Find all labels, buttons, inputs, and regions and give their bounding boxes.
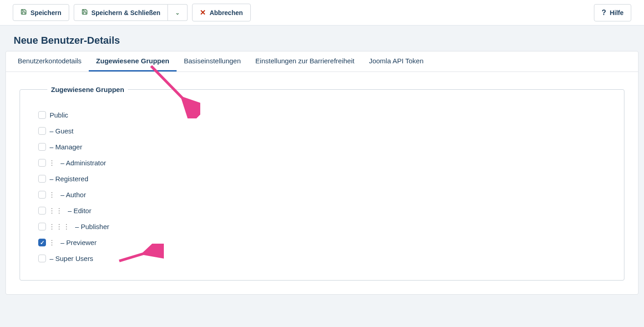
group-checkbox[interactable]: [38, 255, 46, 262]
group-item: – Administrator: [38, 155, 606, 171]
group-checkbox[interactable]: [38, 111, 46, 119]
group-label: – Super Users: [50, 255, 93, 262]
group-checkbox[interactable]: [38, 127, 46, 135]
group-checkbox[interactable]: [38, 175, 46, 183]
group-label: – Editor: [68, 207, 91, 215]
group-label: – Publisher: [75, 223, 109, 230]
group-label: – Guest: [50, 127, 74, 135]
help-label: Hilfe: [610, 9, 624, 16]
tree-indent: [50, 224, 71, 230]
group-item: – Previewer: [38, 235, 606, 250]
group-checkbox[interactable]: [38, 159, 46, 167]
groups-legend: Zugewiesene Gruppen: [47, 86, 128, 93]
tree-indent: [50, 192, 57, 198]
save-icon: [81, 9, 88, 16]
tree-indent: [50, 240, 57, 245]
save-label: Speichern: [30, 9, 61, 16]
close-icon: ✕: [200, 8, 206, 17]
tab-3[interactable]: Einstellungen zur Barrierefreiheit: [248, 51, 362, 72]
group-item: – Super Users: [38, 250, 606, 266]
save-close-group: Speichern & Schließen ⌄: [74, 4, 188, 21]
group-item: – Publisher: [38, 219, 606, 235]
group-checkbox[interactable]: [38, 143, 46, 151]
group-label: – Manager: [50, 143, 82, 151]
group-label: – Administrator: [61, 159, 106, 167]
tree-indent: [50, 208, 64, 214]
content-area: BenutzerkontodetailsZugewiesene GruppenB…: [5, 51, 639, 295]
save-icon: [20, 9, 27, 16]
tab-content: Zugewiesene Gruppen Public– Guest– Manag…: [6, 72, 638, 294]
group-checkbox[interactable]: [38, 239, 46, 246]
page-title: Neue Benutzer-Details: [0, 26, 644, 51]
group-item: – Guest: [38, 123, 606, 139]
group-item: – Manager: [38, 139, 606, 155]
group-label: – Previewer: [61, 239, 96, 246]
group-label: – Registered: [50, 175, 88, 183]
tree-indent: [50, 160, 57, 166]
save-button[interactable]: Speichern: [13, 4, 69, 21]
save-dropdown-toggle[interactable]: ⌄: [168, 4, 188, 21]
help-icon: ?: [602, 9, 606, 17]
tab-2[interactable]: Basiseinstellungen: [177, 51, 248, 72]
chevron-down-icon: ⌄: [175, 10, 180, 16]
group-item: Public: [38, 107, 606, 123]
cancel-button[interactable]: ✕ Abbrechen: [192, 4, 250, 21]
group-list: Public– Guest– Manager– Administrator– R…: [38, 107, 606, 266]
tab-4[interactable]: Joomla API Token: [362, 51, 431, 72]
group-label: Public: [50, 111, 68, 119]
toolbar: Speichern Speichern & Schließen ⌄ ✕ Abbr…: [0, 0, 644, 26]
group-checkbox[interactable]: [38, 223, 46, 230]
save-close-button[interactable]: Speichern & Schließen: [74, 4, 168, 21]
tabs: BenutzerkontodetailsZugewiesene GruppenB…: [6, 51, 638, 72]
group-checkbox[interactable]: [38, 207, 46, 215]
group-label: – Author: [61, 191, 86, 199]
save-close-label: Speichern & Schließen: [91, 9, 161, 16]
groups-fieldset: Zugewiesene Gruppen Public– Guest– Manag…: [20, 86, 624, 281]
group-item: – Editor: [38, 203, 606, 219]
group-item: – Registered: [38, 171, 606, 187]
tab-1[interactable]: Zugewiesene Gruppen: [89, 51, 177, 72]
help-button[interactable]: ? Hilfe: [594, 4, 631, 21]
group-item: – Author: [38, 187, 606, 203]
group-checkbox[interactable]: [38, 191, 46, 199]
tab-0[interactable]: Benutzerkontodetails: [10, 51, 89, 72]
cancel-label: Abbrechen: [209, 9, 243, 16]
